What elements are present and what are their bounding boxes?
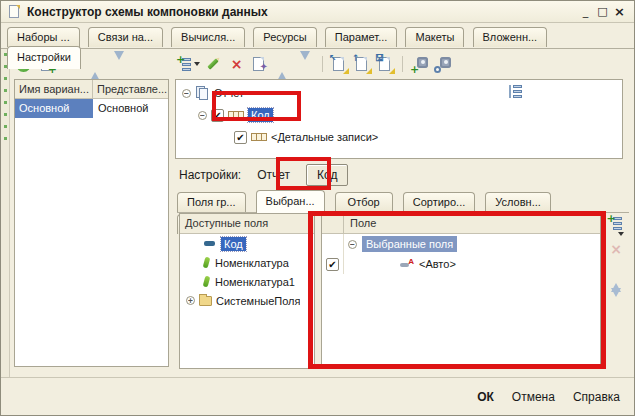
table-row[interactable]: − Выбранные поля [322, 234, 600, 254]
toolbar-separator [402, 56, 403, 72]
field-code-icon [204, 241, 215, 246]
settings-find-gear-icon[interactable] [434, 56, 451, 73]
tab-conditional[interactable]: Условн... [485, 192, 551, 212]
save-to-variant-icon[interactable]: ↑ [354, 56, 371, 73]
report-icon [195, 86, 210, 101]
add-field-icon[interactable]: + [608, 215, 625, 232]
left-splitter[interactable] [1, 49, 10, 377]
variants-panel: + + × Имя вариан... Представле... Основн… [11, 49, 171, 377]
variants-table-header: Имя вариан... Представле... [15, 80, 168, 99]
field-label[interactable]: Номенклатура [215, 257, 289, 269]
field-attribute-icon [203, 257, 211, 269]
tree-label-detail[interactable]: <Детальные записи> [271, 131, 378, 143]
settings-report-button[interactable]: Отчет [255, 166, 292, 184]
table-row[interactable]: ✔ A <Авто> [322, 254, 600, 274]
move-up-variant-icon[interactable] [87, 56, 104, 73]
main-tabbar: Наборы ... Связи на... Вычисля... Ресурс… [1, 23, 634, 49]
tab-grouping-fields[interactable]: Поля гр... [177, 192, 246, 212]
field-label[interactable]: Номенклатура1 [215, 276, 295, 288]
close-button[interactable]: × [611, 4, 628, 20]
col-variant-name[interactable]: Имя вариан... [15, 80, 93, 98]
auto-field-icon: A [400, 258, 414, 270]
field-label[interactable]: СистемныеПоля [216, 295, 300, 307]
folder-icon [199, 296, 212, 306]
checkbox-column-header [322, 214, 344, 233]
window-title: Конструктор схемы компоновки данных [27, 5, 577, 19]
settings-bar: Настройки: Отчет Код [179, 161, 629, 189]
settings-current-button[interactable]: Код [306, 164, 348, 186]
tab-layouts[interactable]: Макеты [405, 27, 464, 47]
tab-parameters[interactable]: Парамет... [325, 27, 398, 47]
collapse-icon[interactable]: − [182, 89, 191, 98]
field-column-header[interactable]: Поле [344, 214, 600, 233]
remove-field-icon[interactable]: × [608, 241, 625, 258]
expand-icon[interactable]: + [186, 296, 195, 305]
list-item[interactable]: Номенклатура [180, 253, 314, 272]
settings-tabbar: Поля гр... Выбран... Отбор Сортиро... Ус… [177, 189, 629, 213]
maximize-button[interactable]: □ [594, 4, 611, 20]
edit-icon[interactable] [205, 56, 222, 73]
tab-settings[interactable]: Настройки [7, 46, 81, 69]
variant-presentation-cell[interactable]: Основной [93, 99, 168, 118]
group-checkbox[interactable]: ✔ [211, 109, 224, 122]
collapse-icon[interactable]: − [348, 240, 357, 249]
tree-row-detail[interactable]: ✔ <Детальные записи> [234, 128, 378, 146]
constructor-window: Конструктор схемы компоновки данных _ □ … [0, 0, 635, 416]
collapse-icon[interactable]: − [198, 111, 207, 120]
tree-row-report[interactable]: − Отчет [182, 84, 244, 102]
ok-button[interactable]: ОК [475, 388, 496, 406]
save-settings-icon[interactable]: 🖫 [377, 56, 394, 73]
add-structure-item-icon[interactable]: + [177, 56, 194, 73]
grouping-icon [228, 111, 244, 119]
tab-calculated[interactable]: Вычисля... [171, 27, 245, 47]
tab-selected-fields[interactable]: Выбран... [256, 190, 325, 213]
move-up-icon[interactable] [274, 56, 291, 73]
tab-nested[interactable]: Вложенн... [473, 27, 548, 47]
settings-panel: + × ✦ ↖ ↑ 🖫 + − Отчет [175, 49, 629, 377]
field-label[interactable]: Код [221, 237, 246, 251]
structure-column-icon [507, 84, 523, 100]
variant-name-cell[interactable]: Основной [15, 99, 93, 118]
tab-resources[interactable]: Ресурсы [253, 27, 316, 47]
settings-label: Настройки: [179, 168, 241, 182]
field-move-down-icon[interactable] [608, 293, 625, 310]
cancel-button[interactable]: Отмена [510, 388, 557, 406]
selected-fields-group-label[interactable]: Выбранные поля [362, 236, 457, 252]
list-item[interactable]: Код [180, 234, 314, 253]
delete-icon[interactable]: × [228, 56, 245, 73]
wizard-icon[interactable]: ✦ [251, 56, 268, 73]
minimize-button[interactable]: _ [577, 4, 594, 20]
available-fields-header: Доступные поля [180, 214, 314, 234]
tab-sorting[interactable]: Сортиро... [403, 192, 476, 212]
available-fields-panel: Доступные поля Код Номенклатура Номенкла… [179, 213, 315, 369]
content-area: + + × Имя вариан... Представле... Основн… [1, 49, 634, 377]
footer-bar: ОК Отмена Справка [1, 377, 634, 415]
settings-add-gear-icon[interactable]: + [411, 56, 428, 73]
load-settings-icon[interactable]: ↖ [331, 56, 348, 73]
selected-fields-toolbar: + × [605, 215, 627, 310]
table-row[interactable]: Основной Основной [15, 99, 168, 118]
tab-data-sets[interactable]: Наборы ... [7, 27, 80, 47]
toolbar-separator [322, 56, 323, 72]
tab-links[interactable]: Связи на... [88, 27, 163, 47]
detail-checkbox[interactable]: ✔ [234, 131, 247, 144]
auto-field-checkbox[interactable]: ✔ [326, 258, 339, 271]
structure-tree: − Отчет − ✔ Код ✔ <Детальные записи> [175, 79, 623, 159]
app-icon [7, 5, 21, 19]
move-down-variant-icon[interactable] [111, 56, 128, 73]
tab-filter[interactable]: Отбор [335, 192, 393, 212]
list-item[interactable]: Номенклатура1 [180, 272, 314, 291]
titlebar: Конструктор схемы компоновки данных _ □ … [1, 1, 634, 23]
move-down-icon[interactable] [297, 56, 314, 73]
help-button[interactable]: Справка [571, 388, 622, 406]
tree-label-group[interactable]: Код [248, 108, 273, 122]
structure-toolbar: + × ✦ ↖ ↑ 🖫 + [177, 54, 451, 74]
tree-row-group[interactable]: − ✔ Код [198, 106, 273, 124]
list-item[interactable]: + СистемныеПоля [180, 291, 314, 310]
variants-table: Имя вариан... Представле... Основной Осн… [14, 79, 169, 367]
auto-field-label[interactable]: <Авто> [419, 258, 456, 270]
col-variant-presentation[interactable]: Представле... [93, 80, 168, 98]
field-move-up-icon[interactable] [608, 267, 625, 284]
row-checkbox-cell [322, 234, 344, 254]
tree-label-report[interactable]: Отчет [214, 87, 244, 99]
